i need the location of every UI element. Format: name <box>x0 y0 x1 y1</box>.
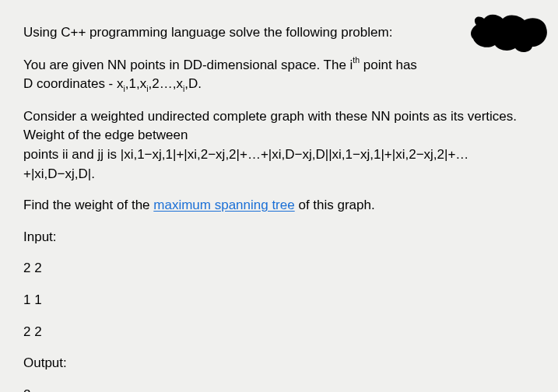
input-label: Input: <box>23 228 521 247</box>
graph-text-a: Consider a weighted undirected complete … <box>23 109 517 143</box>
ith-superscript: th <box>353 55 360 65</box>
coord-seq-1: ,1,x <box>125 76 146 91</box>
given-paragraph: You are given NN points in DD-dimensiona… <box>23 55 420 95</box>
find-text-b: of this graph. <box>295 198 375 212</box>
intro-paragraph: Using C++ programming language solve the… <box>23 23 521 43</box>
coord-seq-2: ,2…,x <box>149 76 183 91</box>
input-line-2: 1 1 <box>23 291 521 310</box>
output-label: Output: <box>23 354 521 373</box>
given-text-a: You are given NN points in DD-dimensiona… <box>23 57 353 72</box>
input-line-3: 2 2 <box>23 323 521 342</box>
graph-text-b: points ii and jj is |xi,1−xj,1|+|xi,2−xj… <box>23 147 469 181</box>
sub-i-1: i <box>124 84 125 93</box>
sub-i-3: i <box>183 84 184 93</box>
find-text-a: Find the weight of the <box>23 198 153 212</box>
coord-seq-3: ,D. <box>184 76 202 91</box>
output-line-1: 2 <box>23 386 521 392</box>
graph-paragraph: Consider a weighted undirected complete … <box>23 107 521 184</box>
find-paragraph: Find the weight of the maximum spanning … <box>23 196 521 215</box>
input-line-1: 2 2 <box>23 259 521 278</box>
intro-text: Using C++ programming language solve the… <box>23 25 392 40</box>
max-spanning-tree-link[interactable]: maximum spanning tree <box>153 198 294 212</box>
decorative-blob <box>467 11 549 54</box>
sub-i-2: i <box>146 84 148 93</box>
